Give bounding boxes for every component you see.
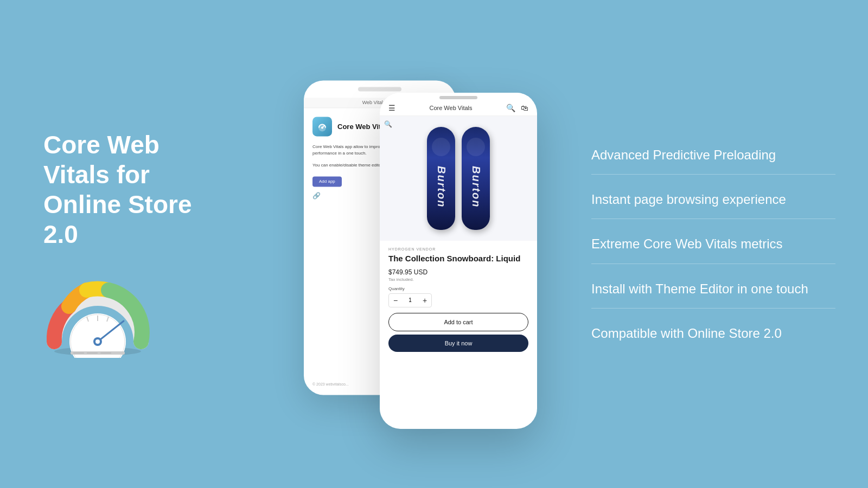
nav-icons: 🔍 🛍 (506, 104, 528, 112)
snowboard-2: Burton (462, 127, 490, 230)
feature-text-1: Instant page browsing experience (591, 192, 786, 207)
product-image-area: 🔍 Burton Burton (380, 116, 537, 241)
qty-minus-button[interactable]: − (389, 294, 402, 307)
qty-value: 1 (402, 297, 418, 303)
speedometer-icon (43, 271, 152, 358)
feature-item-1: Instant page browsing experience (591, 180, 835, 219)
phone-front: ☰ Core Web Vitals 🔍 🛍 🔍 Burton Burton (380, 93, 537, 429)
svg-rect-10 (73, 352, 84, 354)
nav-title: Core Web Vitals (429, 105, 472, 111)
snowboard-1: Burton (427, 127, 455, 230)
feature-item-3: Install with Theme Editor in one touch (591, 269, 835, 309)
quantity-control: − 1 + (388, 293, 432, 307)
phone-notch (439, 96, 477, 99)
footer-text: © 2023 webvitalsco... (312, 382, 349, 386)
main-title: Core Web Vitals for Online Store 2.0 (43, 130, 228, 250)
svg-point-15 (321, 126, 323, 129)
svg-point-8 (95, 339, 100, 344)
menu-icon[interactable]: ☰ (388, 104, 395, 112)
phone-back-notch (358, 87, 401, 91)
phone-notch-bar (380, 93, 537, 100)
svg-rect-11 (87, 352, 98, 354)
search-nav-icon[interactable]: 🔍 (506, 104, 515, 112)
snowboard-text-1: Burton (435, 166, 448, 208)
feature-text-0: Advanced Predictive Preloading (591, 147, 776, 162)
feature-item-2: Extreme Core Web Vitals metrics (591, 224, 835, 264)
vendor-label: HYDROGEN VENDOR (388, 247, 528, 251)
buy-now-button[interactable]: Buy it now (388, 335, 528, 352)
feature-item-0: Advanced Predictive Preloading (591, 136, 835, 175)
add-app-button[interactable]: Add app (312, 176, 342, 187)
product-info: HYDROGEN VENDOR The Collection Snowboard… (380, 241, 537, 358)
app-icon-svg (317, 121, 328, 132)
right-section: Advanced Predictive PreloadingInstant pa… (570, 103, 868, 385)
app-icon (312, 117, 332, 136)
speedometer-container (43, 271, 152, 358)
product-title: The Collection Snowboard: Liquid (388, 253, 528, 264)
qty-plus-button[interactable]: + (418, 294, 431, 307)
feature-text-2: Extreme Core Web Vitals metrics (591, 236, 783, 251)
feature-text-3: Install with Theme Editor in one touch (591, 281, 808, 296)
add-to-cart-button[interactable]: Add to cart (388, 313, 528, 331)
product-price: $749.95 USD (388, 268, 528, 276)
center-section: Web Vitals Core Core Web Vitals Extreme … (260, 0, 570, 488)
main-container: Core Web Vitals for Online Store 2.0 (0, 0, 868, 488)
quantity-label: Quantity (388, 286, 528, 291)
zoom-icon[interactable]: 🔍 (384, 120, 392, 128)
svg-rect-12 (100, 352, 111, 354)
phone-nav: ☰ Core Web Vitals 🔍 🛍 (380, 100, 537, 116)
snowboard-text-2: Burton (470, 166, 482, 208)
feature-text-4: Compatible with Online Store 2.0 (591, 326, 782, 341)
snowboards-display: Burton Burton (427, 127, 490, 230)
tax-note: Tax included. (388, 277, 528, 282)
cart-nav-icon[interactable]: 🛍 (521, 104, 528, 112)
feature-item-4: Compatible with Online Store 2.0 (591, 314, 835, 352)
left-section: Core Web Vitals for Online Store 2.0 (0, 98, 260, 391)
